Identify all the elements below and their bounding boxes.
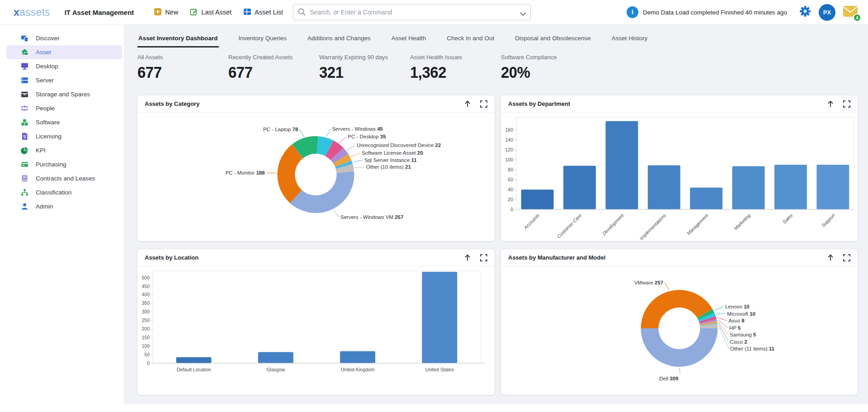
sidebar-item-asset[interactable]: Asset	[6, 45, 122, 59]
sidebar-item-classification[interactable]: Classification	[6, 185, 122, 199]
sidebar-item-storage-and-spares[interactable]: Storage and Spares	[6, 87, 122, 101]
edit-pencil-icon	[190, 8, 198, 17]
expand-icon[interactable]	[480, 100, 487, 108]
card-assets-by-department: Assets by Department 0204060801001201401…	[501, 95, 858, 241]
tab-check-in-and-out[interactable]: Check In and Out	[446, 34, 495, 47]
sidebar-item-kpi[interactable]: KPI	[6, 143, 122, 157]
search-input[interactable]	[293, 4, 531, 20]
bar-management[interactable]	[690, 188, 722, 209]
expand-icon[interactable]	[843, 254, 850, 261]
logo-rest: assets	[19, 6, 50, 18]
sidebar-item-discover[interactable]: Discover	[6, 31, 122, 45]
asset-list-button-label: Asset List	[255, 9, 283, 16]
sidebar-item-purchasing[interactable]: Purchasing	[6, 157, 122, 171]
card-header: Assets by Department	[501, 95, 858, 113]
kpi-recently-created-assets: Recently Created Assets677	[228, 54, 319, 86]
label-leader-line	[718, 320, 728, 328]
y-tick-label: 350	[142, 300, 150, 306]
label-leader-line	[718, 326, 729, 349]
bar-marketing[interactable]	[732, 166, 765, 209]
card-tools	[827, 100, 850, 108]
donut-slice-label: Software License Asset 20	[362, 150, 423, 156]
mail-button[interactable]: 4	[843, 5, 858, 19]
sidebar-item-people[interactable]: People	[6, 101, 122, 115]
last-asset-button[interactable]: Last Asset	[190, 8, 231, 17]
sidebar-item-licensing[interactable]: Licensing	[6, 129, 122, 143]
export-arrow-up-icon[interactable]	[827, 254, 834, 261]
bar-united-kingdom[interactable]	[340, 351, 375, 363]
expand-icon[interactable]	[843, 100, 850, 108]
bar-united-states[interactable]	[422, 272, 457, 363]
assets-by-location-chart: 050100150200250300350400450500Default Lo…	[137, 266, 494, 395]
sidebar-item-label: Asset	[36, 49, 51, 56]
bar-development[interactable]	[605, 121, 638, 209]
label-leader-line	[353, 160, 363, 162]
assets-by-department-chart: 020406080100120140160AccountsCustomer Ca…	[501, 113, 858, 241]
sidebar-item-label: KPI	[36, 147, 46, 154]
logo-x: x	[14, 6, 19, 18]
bar-support[interactable]	[816, 165, 849, 209]
bar-default-location[interactable]	[176, 357, 212, 363]
sidebar-item-software[interactable]: Software	[6, 115, 122, 129]
tab-asset-history[interactable]: Asset History	[611, 34, 649, 47]
asset-list-button[interactable]: Asset List	[243, 8, 283, 17]
donut-slice-label: PC - Monitor 188	[226, 170, 265, 175]
tab-inventory-queries[interactable]: Inventory Queries	[238, 34, 288, 47]
tab-asset-inventory-dashboard[interactable]: Asset Inventory Dashboard	[137, 34, 219, 47]
tab-asset-health[interactable]: Asset Health	[391, 34, 427, 47]
chevron-down-icon[interactable]	[520, 10, 526, 18]
sidebar-item-label: Licensing	[36, 133, 61, 140]
label-leader-line	[326, 129, 331, 137]
y-tick-label: 400	[142, 292, 150, 297]
label-leader-line	[347, 145, 355, 150]
assets-by-manufacturer-and-model-chart: VMware 257Lenovo 10Microsoft 10Asus 8HP …	[501, 266, 858, 395]
x-category-label: Customer Care	[556, 213, 583, 239]
topbar: xassets IT Asset Management New Last Ass…	[0, 0, 868, 25]
new-button[interactable]: New	[154, 8, 178, 17]
kpi-stats-row: All Assets677Recently Created Assets677W…	[137, 54, 851, 86]
server-icon	[21, 76, 28, 84]
bar-glasgow[interactable]	[258, 352, 293, 363]
app-title: IT Asset Management	[65, 9, 134, 16]
expand-icon[interactable]	[480, 254, 487, 261]
bar-sales[interactable]	[774, 165, 807, 209]
app-shell: DiscoverAssetDesktopServerStorage and Sp…	[0, 25, 868, 404]
bar-implementations[interactable]	[648, 165, 680, 209]
kpi-label: Asset Health Issues	[410, 54, 501, 61]
donut-slice-label: Cisco 2	[730, 339, 747, 345]
donut-slice-label: Unrecognised Discovered Device 22	[357, 142, 441, 148]
sidebar-item-contracts-and-leases[interactable]: Contracts and Leases	[6, 171, 122, 185]
info-icon: i	[627, 6, 638, 18]
donut-slice-label: PC - Laptop 78	[263, 127, 298, 132]
donut-slice[interactable]	[641, 328, 718, 367]
gear-icon[interactable]	[799, 5, 811, 19]
kpi-value: 20%	[501, 63, 586, 81]
bar-accounts[interactable]	[521, 189, 554, 209]
y-tick-label: 100	[142, 343, 150, 349]
y-tick-label: 100	[505, 157, 513, 162]
donut-slice-label: Asus 8	[728, 318, 745, 323]
sidebar-item-desktop[interactable]: Desktop	[6, 59, 122, 73]
donut-slice-label: Servers - Windows VM 257	[340, 214, 403, 220]
export-arrow-up-icon[interactable]	[827, 100, 834, 108]
label-leader-line	[679, 368, 680, 374]
tab-disposal-and-obsolescense[interactable]: Disposal and Obsolescense	[514, 34, 591, 47]
tab-additions-and-changes[interactable]: Additions and Changes	[307, 34, 372, 47]
x-category-label: United Kingdom	[341, 367, 375, 372]
export-arrow-up-icon[interactable]	[464, 100, 471, 108]
donut-slice-label: Samsung 5	[730, 332, 756, 337]
avatar[interactable]: PX	[819, 4, 835, 21]
y-tick-label: 60	[508, 177, 513, 182]
bar-customer-care[interactable]	[563, 166, 596, 209]
xassets-logo[interactable]: xassets	[14, 6, 50, 19]
sidebar-item-server[interactable]: Server	[6, 73, 122, 87]
card-title: Assets by Manufacturer and Model	[508, 254, 605, 261]
last-asset-button-label: Last Asset	[201, 9, 231, 16]
export-arrow-up-icon[interactable]	[464, 254, 471, 261]
card-header: Assets by Category	[137, 95, 495, 113]
y-tick-label: 140	[505, 137, 513, 142]
x-category-label: Management	[686, 212, 710, 236]
y-tick-label: 200	[142, 326, 150, 331]
sidebar-item-label: Desktop	[36, 63, 58, 70]
sidebar-item-admin[interactable]: Admin	[6, 199, 122, 213]
